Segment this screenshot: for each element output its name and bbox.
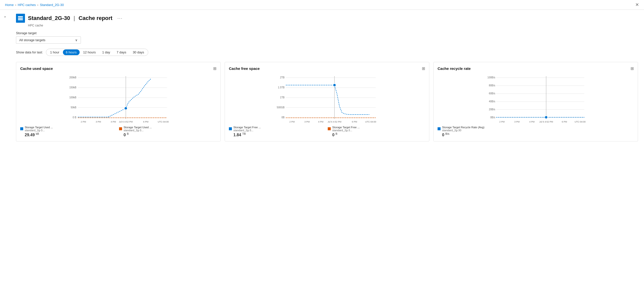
- chart-card-recycle-rate: Cache recycle rate ⊞ 100B/s 80B/s 60B/s …: [433, 62, 638, 142]
- svg-point-39: [333, 84, 336, 86]
- content-area: » Standard_2G-30 | Cache report: [0, 10, 644, 146]
- svg-point-19: [124, 107, 127, 110]
- svg-text:50kB: 50kB: [71, 106, 76, 109]
- chart-area-recycle: 100B/s 80B/s 60B/s 40B/s 20B/s 0B/s: [438, 74, 634, 124]
- page-icon: [16, 14, 25, 23]
- legend-label-used-blue: Storage Target Used ...standard_2g-3...: [25, 126, 53, 132]
- filter-section: Storage target All storage targets ∨: [16, 31, 638, 44]
- main-content: Standard_2G-30 | Cache report ··· HPC ca…: [10, 10, 644, 146]
- legend-color-free-orange: [328, 127, 331, 130]
- svg-text:80B/s: 80B/s: [489, 84, 495, 87]
- page-title-group: Standard_2G-30 | Cache report: [28, 15, 112, 22]
- legend-color-orange: [119, 127, 122, 130]
- svg-text:2 PM: 2 PM: [80, 120, 86, 123]
- time-option-12hours[interactable]: 12 hours: [80, 50, 99, 55]
- svg-text:Jul 6 4:52 PM: Jul 6 4:52 PM: [539, 120, 553, 123]
- legend-item-free-blue: Storage Target Free ...standard_2g-3... …: [229, 126, 326, 137]
- svg-text:60B/s: 60B/s: [489, 92, 495, 95]
- svg-text:20B/s: 20B/s: [489, 108, 495, 111]
- svg-text:6 PM: 6 PM: [143, 120, 148, 123]
- chart-svg-used: 200kB 150kB 100kB 50kB 0 B: [20, 74, 216, 124]
- pin-used-button[interactable]: ⊞: [213, 66, 216, 71]
- svg-text:0 B: 0 B: [73, 116, 76, 119]
- time-option-30days[interactable]: 30 days: [130, 50, 147, 55]
- svg-text:UTC-04:00: UTC-04:00: [158, 120, 169, 123]
- svg-text:3 PM: 3 PM: [96, 120, 101, 123]
- svg-text:0B: 0B: [282, 116, 285, 119]
- svg-text:1.5TB: 1.5TB: [278, 86, 284, 89]
- storage-target-dropdown[interactable]: All storage targets ∨: [16, 36, 81, 44]
- chevron-down-icon: ∨: [75, 38, 78, 42]
- breadcrumb-home[interactable]: Home: [5, 3, 14, 7]
- breadcrumb-sep1: ›: [15, 3, 16, 7]
- legend-value-used-blue: 29.49 kB: [20, 132, 118, 137]
- svg-text:1TB: 1TB: [280, 96, 285, 99]
- legend-value-recycle-blue: 0 B/s: [438, 132, 634, 137]
- svg-text:4 PM: 4 PM: [529, 120, 534, 123]
- page-subtitle: HPC cache: [28, 24, 638, 27]
- top-bar: Home › HPC caches › Standard_2G-30 ✕: [0, 0, 644, 10]
- legend-label-free-orange: Storage Target Free ...standard_2g-3...: [332, 126, 360, 132]
- legend-item-recycle-blue: Storage Target Recycle Rate (Avg)standar…: [438, 126, 634, 137]
- svg-point-4: [22, 18, 22, 18]
- close-button[interactable]: ✕: [635, 2, 639, 8]
- chart-title-recycle: Cache recycle rate: [438, 66, 471, 70]
- svg-text:100kB: 100kB: [70, 96, 77, 99]
- svg-point-60: [545, 116, 548, 119]
- chart-title-free: Cache free space: [229, 66, 260, 70]
- svg-text:150kB: 150kB: [70, 86, 77, 89]
- svg-text:3 PM: 3 PM: [304, 120, 310, 123]
- chart-legend-free: Storage Target Free ...standard_2g-3... …: [229, 126, 425, 137]
- chart-legend-used: Storage Target Used ...standard_2g-3... …: [20, 126, 216, 137]
- chart-area-used: 200kB 150kB 100kB 50kB 0 B: [20, 74, 216, 124]
- legend-value-used-orange: 0 B: [119, 132, 216, 137]
- legend-item-used-orange: Storage Target Used ...standard_2g-3... …: [119, 126, 216, 137]
- chart-svg-free: 2TB 1.5TB 1TB 500GB 0B: [229, 74, 425, 124]
- chart-header-used: Cache used space ⊞: [20, 66, 216, 71]
- svg-point-3: [22, 16, 22, 17]
- svg-text:0B/s: 0B/s: [490, 116, 495, 119]
- more-options-button[interactable]: ···: [117, 16, 122, 21]
- pin-free-button[interactable]: ⊞: [422, 66, 425, 71]
- sidebar-toggle[interactable]: »: [0, 10, 10, 146]
- time-filter-label: Show data for last:: [16, 50, 43, 54]
- time-option-6hours[interactable]: 6 hours: [63, 50, 80, 55]
- chart-header-recycle: Cache recycle rate ⊞: [438, 66, 634, 71]
- breadcrumb-current[interactable]: Standard_2G-30: [40, 3, 64, 7]
- breadcrumb: Home › HPC caches › Standard_2G-30: [5, 3, 64, 7]
- breadcrumb-parent[interactable]: HPC caches: [18, 3, 36, 7]
- legend-item-used-blue: Storage Target Used ...standard_2g-3... …: [20, 126, 118, 137]
- time-options-group: 1 hour 6 hours 12 hours 1 day 7 days 30 …: [46, 49, 148, 56]
- pin-recycle-button[interactable]: ⊞: [630, 66, 634, 71]
- svg-point-5: [22, 20, 22, 20]
- svg-text:UTC-04:00: UTC-04:00: [365, 120, 376, 123]
- legend-value-free-blue: 1.84 TB: [229, 132, 326, 137]
- legend-item-free-orange: Storage Target Free ...standard_2g-3... …: [328, 126, 425, 137]
- svg-text:2 PM: 2 PM: [499, 120, 504, 123]
- time-option-7days[interactable]: 7 days: [114, 50, 129, 55]
- svg-text:200kB: 200kB: [70, 76, 77, 79]
- chart-area-free: 2TB 1.5TB 1TB 500GB 0B: [229, 74, 425, 124]
- legend-label-used-orange: Storage Target Used ...standard_2g-3...: [124, 126, 152, 132]
- chart-svg-recycle: 100B/s 80B/s 60B/s 40B/s 20B/s 0B/s: [438, 74, 634, 124]
- legend-color-recycle-blue: [438, 127, 440, 130]
- dropdown-value: All storage targets: [19, 38, 46, 42]
- page-header: Standard_2G-30 | Cache report ···: [16, 14, 638, 23]
- legend-color-blue: [20, 127, 23, 130]
- svg-text:100B/s: 100B/s: [488, 76, 495, 79]
- svg-text:UTC-04:00: UTC-04:00: [574, 120, 586, 123]
- svg-text:Jul 6 4:52 PM: Jul 6 4:52 PM: [328, 120, 341, 123]
- page-title: Standard_2G-30 | Cache report: [28, 15, 112, 21]
- legend-label-free-blue: Storage Target Free ...standard_2g-3...: [234, 126, 261, 132]
- svg-text:6 PM: 6 PM: [562, 120, 567, 123]
- charts-grid: Cache used space ⊞ 200kB 150kB 100kB 50k…: [16, 62, 638, 142]
- svg-text:6 PM: 6 PM: [352, 120, 357, 123]
- time-option-1hour[interactable]: 1 hour: [47, 50, 62, 55]
- svg-text:Jul 6 4:52 PM: Jul 6 4:52 PM: [119, 120, 132, 123]
- time-option-1day[interactable]: 1 day: [99, 50, 113, 55]
- chart-card-free-space: Cache free space ⊞ 2TB 1.5TB 1TB 500GB 0…: [225, 62, 429, 142]
- filter-label: Storage target: [16, 31, 638, 35]
- svg-text:2 PM: 2 PM: [289, 120, 294, 123]
- breadcrumb-sep2: ›: [37, 3, 38, 7]
- svg-text:2TB: 2TB: [280, 76, 285, 79]
